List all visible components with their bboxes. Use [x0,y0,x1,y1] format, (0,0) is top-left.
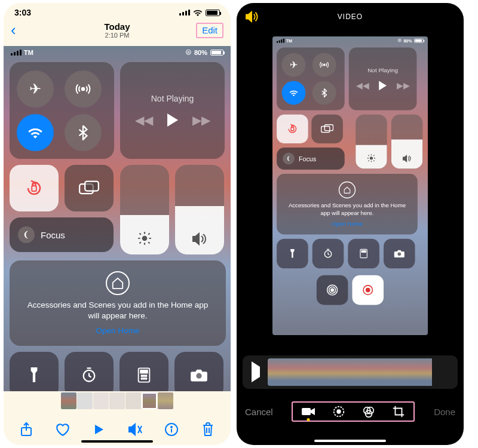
cc-carrier: TM [24,49,33,56]
not-playing-label: Not Playing [367,67,398,73]
play-button[interactable] [90,421,108,438]
cellular-data-button[interactable] [65,70,102,108]
volume-button[interactable] [245,11,259,23]
orientation-lock-button[interactable] [10,165,59,211]
speaker-icon [191,232,208,246]
svg-point-4 [142,236,148,241]
share-button[interactable] [17,421,35,438]
wifi-button [282,81,306,105]
timeline-play-button[interactable] [247,367,264,378]
filters-tool-button[interactable] [362,405,375,418]
screen-record-button [352,275,384,305]
cc-signal-icon [277,39,284,43]
home-text: Accessories and Scenes you add in the Ho… [286,202,408,217]
airplane-mode-button: ✈ [282,53,306,77]
back-button[interactable]: ‹ [11,21,16,39]
cancel-button[interactable]: Cancel [245,407,273,417]
info-button[interactable] [163,421,180,438]
focus-label: Focus [299,155,316,162]
cc-signal-icon [11,50,22,56]
svg-point-22 [370,157,373,159]
adjust-tool-button[interactable] [332,405,345,418]
play-icon[interactable] [167,113,178,127]
svg-point-17 [171,426,172,428]
play-icon [379,81,387,91]
edit-video-preview[interactable]: TM ⦾ 80% ✈ Not Playing ◀◀▶▶ [272,36,428,335]
timeline-frames[interactable] [268,358,453,386]
nav-bar: ‹ Today 2:10 PM Edit [4,19,231,44]
focus-button[interactable]: Focus [10,217,114,252]
thumb[interactable] [158,392,173,409]
home-indicator[interactable] [314,440,386,442]
prev-track-icon[interactable]: ◀◀ [135,113,153,127]
screen-mirroring-button[interactable] [65,165,114,211]
done-button[interactable]: Done [434,407,455,417]
svg-point-14 [196,373,201,379]
svg-point-27 [331,289,334,292]
thumb[interactable] [93,392,109,409]
clock: 3:03 [14,8,31,17]
status-bar: 3:03 [4,3,231,19]
svg-point-34 [338,410,341,413]
svg-point-10 [145,375,146,376]
photos-app-screen: 3:03 ‹ Today 2:10 PM Edit TM ⦾ 80% [4,3,231,445]
wifi-button[interactable] [17,114,54,151]
airplane-mode-button[interactable]: ✈ [17,70,54,108]
connectivity-panel: ✈ [10,62,114,159]
home-text: Accessories and Scenes you add in the Ho… [23,300,213,321]
svg-point-18 [323,64,325,66]
timer-button[interactable] [65,352,114,391]
svg-point-9 [143,375,145,376]
music-panel[interactable]: Not Playing ◀◀ ▶▶ [120,62,225,159]
svg-point-31 [366,288,370,293]
thumb[interactable] [77,392,93,409]
home-indicator[interactable] [81,440,153,443]
flashlight-button [277,239,308,269]
crop-tool-button[interactable] [392,405,405,418]
thumb[interactable] [125,392,141,409]
cc-battery-percent: 80% [194,49,207,56]
mute-button[interactable] [126,421,144,438]
edit-button-highlight: Edit [196,23,223,38]
bluetooth-button[interactable] [65,114,102,151]
flashlight-button[interactable] [10,352,59,391]
thumb[interactable] [61,392,76,409]
favorite-button[interactable] [54,421,72,438]
music-panel: Not Playing ◀◀▶▶ [349,47,417,110]
orientation-lock-button [277,115,308,143]
screen-mirroring-2-button [317,275,348,305]
volume-slider[interactable] [175,165,224,254]
timer-button [312,239,344,269]
camera-button[interactable] [174,352,223,391]
cc-carrier: TM [286,38,292,43]
thumb[interactable] [109,392,125,409]
svg-rect-20 [321,127,330,133]
bluetooth-button [312,81,336,105]
not-playing-label: Not Playing [151,94,194,103]
edit-button[interactable]: Edit [202,25,217,35]
thumbnail-strip[interactable] [4,392,231,410]
focus-label: Focus [41,230,65,240]
calculator-button[interactable] [120,352,168,391]
video-trim-timeline[interactable] [243,355,458,389]
cc-battery-icon [414,39,424,43]
video-tool-button[interactable] [301,406,315,417]
svg-point-8 [141,375,142,376]
home-panel[interactable]: Accessories and Scenes you add in the Ho… [10,260,226,346]
open-home-link[interactable]: Open Home [96,326,140,335]
next-track-icon: ▶▶ [397,81,409,91]
svg-rect-32 [302,408,311,415]
next-track-icon[interactable]: ▶▶ [192,113,210,127]
thumb-selected[interactable] [142,392,157,409]
cc-status-bar: TM ⦾ 80% [272,36,428,45]
home-icon [106,271,130,295]
edit-toolbar: Cancel Done [237,397,464,426]
delete-button[interactable] [199,421,217,438]
lock-icon: ⦾ [186,48,191,56]
brightness-slider[interactable] [120,165,169,254]
battery-icon [206,10,220,16]
focus-button: Focus [277,148,345,170]
cellular-data-button [312,53,336,77]
video-preview-control-center[interactable]: TM ⦾ 80% ✈ [4,46,231,391]
home-icon [339,182,356,198]
